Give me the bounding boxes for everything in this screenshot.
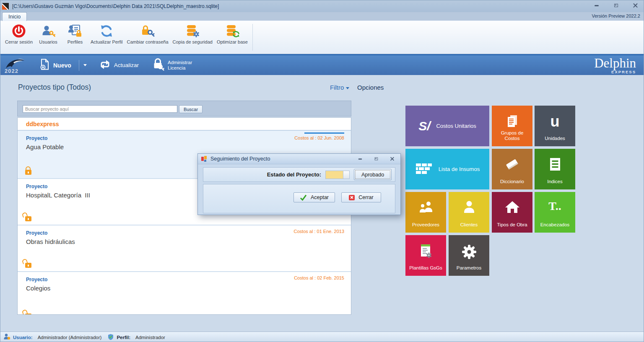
actualizar-button[interactable]: Actualizar — [99, 60, 139, 71]
title-bar: [C:\Users\Gustavo Guzmàn Vigo\Documents\… — [0, 0, 644, 12]
tile-label: Unidades — [536, 136, 574, 141]
lock-key-icon — [140, 24, 155, 38]
tile-lista-de-insumos[interactable]: Lista de Insumos — [405, 149, 489, 189]
ribbon-copia-seguridad-button[interactable]: Copia de seguridad — [171, 23, 215, 45]
tab-inicio[interactable]: Inicio — [2, 12, 27, 21]
year-label: 2022 — [5, 68, 18, 74]
template-gear-icon — [405, 244, 446, 259]
actualizar-label: Actualizar — [114, 62, 139, 68]
search-button[interactable]: Buscar — [179, 105, 203, 113]
tile-clientes[interactable]: Clientes — [449, 192, 489, 233]
shield-icon — [107, 334, 114, 341]
project-date: Costos al : 02 Feb. 2015 — [294, 275, 344, 280]
documents-icon — [492, 114, 532, 129]
dialog-minimize-button[interactable] — [356, 156, 364, 162]
ribbon-actualizar-perfil-button[interactable]: Actualizar Perfil — [88, 23, 125, 45]
project-row[interactable]: Proyecto Obras hidráulicas Costos al : 0… — [18, 225, 351, 271]
nuevo-dropdown-caret[interactable] — [83, 64, 87, 66]
tile-label: Costos Unitarios — [436, 123, 476, 129]
document-lines-icon — [535, 157, 575, 171]
project-date-block: Costos al : 02 Feb. 2015 — [294, 274, 344, 280]
power-icon — [12, 24, 26, 38]
opciones-button[interactable]: Opciones — [357, 84, 384, 91]
dialog-title: Seguimiento del Proyecto — [210, 156, 270, 162]
aceptar-label: Aceptar — [311, 194, 329, 200]
ribbon-item-label: Perfiles — [68, 39, 83, 45]
tile-tipos-de-obra[interactable]: Tipos de Obra — [492, 192, 532, 233]
ribbon-separator — [252, 24, 253, 51]
ribbon-item-label: Cerrar sesión — [5, 39, 33, 45]
perfil-label: Perfil: — [117, 335, 130, 340]
ribbon-cerrar-sesion-button[interactable]: Cerrar sesión — [3, 23, 35, 45]
ribbon-cambiar-contrasena-button[interactable]: Cambiar contraseña — [125, 23, 170, 45]
project-row[interactable]: Proyecto Colegios Costos al : 02 Feb. 20… — [18, 271, 351, 315]
tile-label: Tipos de Obra — [493, 222, 531, 228]
tile-indices[interactable]: Indices — [535, 149, 575, 189]
tile-plantillas-gsgs[interactable]: Plantillas GsGs — [405, 235, 446, 276]
lock-open-icon — [25, 263, 31, 268]
estado-color-dropdown[interactable] — [325, 171, 350, 179]
ribbon-item-label: Optimizar base — [217, 39, 248, 45]
database-refresh-icon — [225, 24, 239, 38]
row-type-label: Proyecto — [26, 230, 47, 236]
app-logo-icon — [2, 3, 9, 10]
person-icon — [449, 200, 489, 214]
app-window: [C:\Users\Gustavo Guzmàn Vigo\Documents\… — [0, 0, 644, 342]
restore-button[interactable] — [611, 2, 621, 9]
heading-t-icon: T.. — [535, 200, 575, 212]
lock-open-icon — [25, 216, 31, 221]
minimize-button[interactable] — [592, 2, 602, 9]
tile-unidades[interactable]: u Unidades — [535, 106, 575, 146]
window-title: [C:\Users\Gustavo Guzmàn Vigo\Documents\… — [12, 3, 219, 9]
nuevo-button[interactable]: Nuevo — [40, 59, 71, 72]
search-input[interactable] — [23, 105, 177, 113]
version-label: Versión Preview 2022.2 — [592, 13, 640, 18]
tile-diccionario[interactable]: Diccionario — [492, 149, 532, 189]
ribbon-optimizar-base-button[interactable]: Optimizar base — [215, 23, 250, 45]
user-icon — [3, 333, 10, 341]
actions-panel: Aceptar Cerrar — [203, 184, 395, 213]
project-date: Costos al : 02 Jun. 2008 — [294, 135, 344, 140]
delphin-2022-logo: 2022 — [4, 56, 29, 75]
database-gear-icon — [185, 24, 200, 38]
aceptar-button[interactable]: Aceptar — [293, 192, 335, 202]
tile-encabezados[interactable]: T.. Encabezados — [535, 192, 575, 233]
cerrar-button[interactable]: Cerrar — [341, 192, 381, 202]
dropdown-button[interactable] — [343, 171, 349, 179]
tile-costos-unitarios[interactable]: S/ Costos Unitarios — [405, 106, 489, 146]
refresh-icon — [99, 24, 114, 38]
lock-open-icon — [25, 314, 31, 315]
administrar-licencia-button[interactable]: Administrar Licencia — [153, 58, 200, 73]
lock-closed-icon — [25, 170, 31, 175]
dialog-title-bar[interactable]: Seguimiento del Proyecto — [198, 154, 400, 164]
aprobado-button[interactable]: Aprobado — [354, 169, 392, 180]
tile-label: Clientes — [450, 222, 488, 228]
ribbon-item-label: Copia de seguridad — [173, 39, 213, 45]
tile-label: Parametros — [450, 265, 488, 271]
estado-panel: Estado del Proyecto: Aprobado — [203, 167, 395, 182]
gear-icon — [449, 244, 489, 260]
dialog-close-button[interactable] — [388, 156, 396, 162]
dialog-app-icon — [201, 156, 207, 162]
project-name: Colegios — [26, 285, 50, 292]
close-button[interactable] — [630, 2, 640, 9]
ribbon: Cerrar sesión Usuarios Perfiles Actualiz… — [0, 21, 644, 54]
book-icon — [492, 157, 532, 172]
separator — [79, 60, 79, 71]
tile-label: Diccionario — [493, 179, 531, 184]
project-name: HospitalL Categoría III — [26, 192, 90, 199]
filtro-dropdown[interactable]: Filtro — [330, 84, 349, 91]
tile-grupos-de-costos[interactable]: Grupos de Costos — [492, 106, 532, 146]
ribbon-perfiles-button[interactable]: Perfiles — [62, 23, 88, 45]
tile-label: Lista de Insumos — [439, 166, 480, 172]
sync-icon — [99, 60, 111, 71]
dialog-restore-button[interactable] — [372, 156, 380, 162]
tile-label: Indices — [536, 179, 574, 184]
perfil-value: Administrador — [135, 335, 165, 340]
tile-proveedores[interactable]: Proveedores — [405, 192, 446, 233]
letter-u-icon: u — [535, 114, 575, 129]
ribbon-usuarios-button[interactable]: Usuarios — [35, 23, 62, 45]
close-x-icon — [349, 195, 355, 200]
tile-parametros[interactable]: Parametros — [449, 235, 489, 276]
seguimiento-dialog: Seguimiento del Proyecto Estado del Proy… — [197, 153, 401, 215]
